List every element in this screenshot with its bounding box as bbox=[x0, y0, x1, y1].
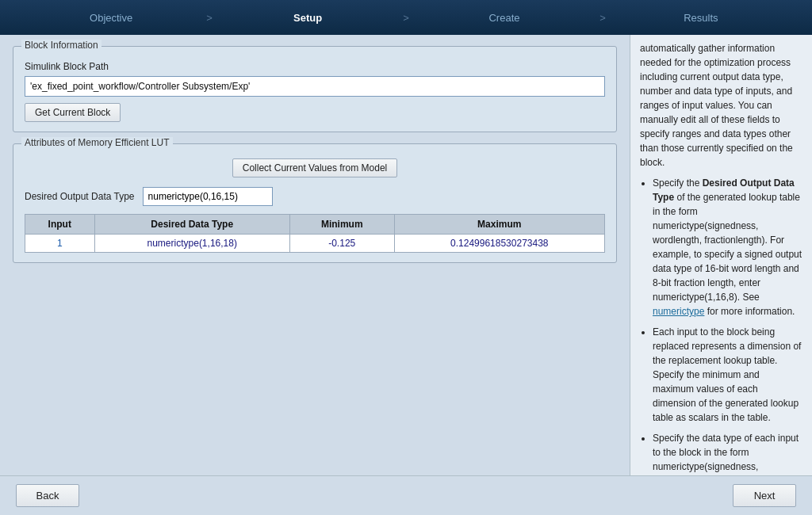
cell-data-type: numerictype(1,16,18) bbox=[94, 235, 289, 253]
bullet1-prefix: Specify the bbox=[653, 177, 703, 189]
nav-sep-2: > bbox=[403, 12, 409, 24]
right-panel-bullet2: Each input to the block being replaced r… bbox=[653, 325, 802, 425]
collect-btn-row: Collect Current Values from Model bbox=[25, 158, 605, 177]
right-panel-bullet1: Specify the Desired Output Data Type of … bbox=[653, 176, 802, 319]
next-button[interactable]: Next bbox=[733, 484, 796, 507]
left-panel: Block Information Simulink Block Path Ge… bbox=[0, 35, 630, 475]
bullet1-text: of the generated lookup table in the for… bbox=[653, 192, 802, 303]
right-panel-list: Specify the Desired Output Data Type of … bbox=[640, 176, 802, 475]
desired-output-input[interactable] bbox=[143, 187, 273, 206]
block-path-input[interactable] bbox=[25, 76, 605, 97]
desired-output-field: Desired Output Data Type bbox=[25, 187, 605, 206]
bullet1-suffix: for more information. bbox=[704, 306, 795, 317]
simulink-path-label: Simulink Block Path bbox=[25, 61, 605, 72]
lut-attributes-title: Attributes of Memory Efficient LUT bbox=[21, 137, 173, 148]
desired-output-label: Desired Output Data Type bbox=[25, 191, 135, 202]
collect-values-button[interactable]: Collect Current Values from Model bbox=[232, 158, 398, 177]
nav-create[interactable]: Create bbox=[409, 12, 599, 24]
main-content: Block Information Simulink Block Path Ge… bbox=[0, 35, 812, 475]
nav-results[interactable]: Results bbox=[606, 12, 796, 24]
nav-objective[interactable]: Objective bbox=[16, 12, 206, 24]
cell-input: 1 bbox=[25, 235, 95, 253]
cell-maximum: 0.12499618530273438 bbox=[394, 235, 604, 253]
lut-attributes-section: Attributes of Memory Efficient LUT Colle… bbox=[13, 143, 617, 263]
table-header-row: Input Desired Data Type Minimum Maximum bbox=[25, 215, 605, 235]
input-data-table: Input Desired Data Type Minimum Maximum … bbox=[25, 214, 605, 253]
right-panel-bullet3: Specify the data type of each input to t… bbox=[653, 431, 802, 475]
block-info-section: Block Information Simulink Block Path Ge… bbox=[13, 46, 617, 132]
lut-attributes-content: Collect Current Values from Model Desire… bbox=[25, 158, 605, 253]
bottom-bar: Back Next bbox=[0, 475, 812, 515]
numerictype-link[interactable]: numerictype bbox=[653, 306, 704, 317]
back-button[interactable]: Back bbox=[16, 484, 79, 507]
get-current-block-button[interactable]: Get Current Block bbox=[25, 103, 121, 122]
col-maximum: Maximum bbox=[394, 215, 604, 235]
topbar: Objective > Setup > Create > Results bbox=[0, 0, 812, 35]
block-info-content: Simulink Block Path Get Current Block bbox=[25, 61, 605, 122]
nav-sep-3: > bbox=[599, 12, 606, 24]
col-input: Input bbox=[25, 215, 95, 235]
nav-setup[interactable]: Setup bbox=[213, 12, 403, 24]
table-row[interactable]: 1 numerictype(1,16,18) -0.125 0.12499618… bbox=[25, 235, 605, 253]
col-minimum: Minimum bbox=[289, 215, 394, 235]
nav-sep-1: > bbox=[206, 12, 213, 24]
cell-minimum: -0.125 bbox=[289, 235, 394, 253]
right-panel-intro: automatically gather information needed … bbox=[640, 41, 802, 170]
col-data-type: Desired Data Type bbox=[94, 215, 289, 235]
right-panel: automatically gather information needed … bbox=[630, 35, 812, 475]
block-info-title: Block Information bbox=[21, 40, 102, 51]
